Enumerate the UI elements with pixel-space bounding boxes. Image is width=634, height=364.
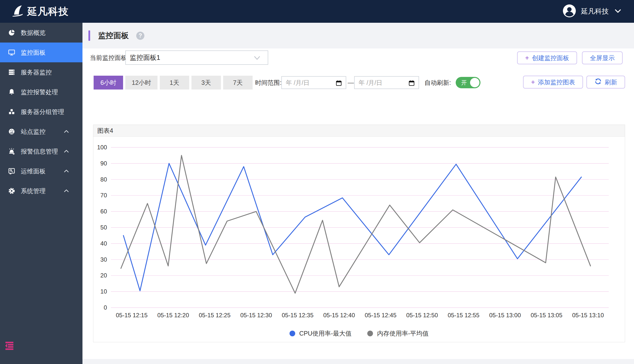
panel-select-row: 当前监控面板 监控面板1 + 创建监控面板 全屏显示: [82, 50, 622, 65]
current-panel-label: 当前监控面板: [90, 50, 127, 65]
create-panel-button[interactable]: + 创建监控面板: [517, 52, 577, 64]
sidebar-item-0[interactable]: 数据概览: [0, 23, 82, 42]
page-title: 监控面板: [98, 30, 129, 41]
y-axis-tick-label: 60: [100, 208, 107, 215]
panel-select-dropdown[interactable]: 监控面板1: [125, 50, 268, 65]
bell-icon: [8, 88, 15, 96]
toolbar-row: 6小时12小时1天3天7天 时间范围: 年 /月/日 — 年 /月/日: [94, 76, 625, 90]
y-axis-tick-label: 40: [100, 240, 107, 247]
collapse-menu-icon[interactable]: [5, 341, 14, 350]
chart-actions: + 添加监控图表 刷新: [523, 76, 625, 88]
chevron-down-icon: [253, 55, 261, 62]
ops-panel-icon: [8, 168, 15, 175]
toggle-on-label: 开: [461, 79, 467, 86]
chevron-up-icon: [63, 148, 70, 154]
chevron-up-icon: [63, 168, 70, 174]
gauge-icon: [8, 128, 15, 135]
sidebar-item-label: 服务器监控: [21, 68, 52, 76]
sidebar-item-2[interactable]: 服务器监控: [0, 62, 82, 82]
x-axis-tick-label: 05-15 12:35: [282, 312, 314, 318]
x-axis-tick-label: 05-15 12:20: [157, 312, 189, 318]
panel-select-value: 监控面板1: [130, 53, 160, 62]
x-axis-tick-label: 05-15 12:55: [448, 312, 480, 318]
panel-actions: + 创建监控面板 全屏显示: [517, 52, 622, 64]
end-date-placeholder: 年 /月/日: [359, 79, 382, 87]
x-axis-tick-label: 05-15 12:30: [240, 312, 272, 318]
y-axis-tick-label: 20: [100, 272, 107, 279]
chart-legend: CPU使用率-最大值内存使用率-平均值: [93, 330, 625, 338]
server-icon: [8, 68, 15, 76]
end-date-input[interactable]: 年 /月/日: [354, 76, 419, 89]
x-axis-tick-label: 05-15 12:15: [116, 312, 148, 318]
time-range-buttons: 6小时12小时1天3天7天: [94, 76, 253, 90]
sidebar-item-label: 服务器分组管理: [21, 108, 64, 116]
user-name: 延凡科技: [581, 7, 609, 16]
series-line-1: [121, 155, 590, 293]
chart-panel: 图表4 010203040506070809010005-15 12:1505-…: [93, 125, 625, 342]
chevron-down-icon: [614, 7, 622, 16]
x-axis-tick-label: 05-15 12:45: [365, 312, 396, 318]
pie-chart-icon: [8, 29, 15, 36]
chevron-up-icon: [63, 188, 70, 194]
top-bar: 延凡科技 延凡科技: [0, 0, 634, 23]
sidebar-item-5[interactable]: 站点监控: [0, 122, 82, 142]
cubes-icon: [8, 108, 15, 116]
auto-refresh-label: 自动刷新:: [425, 76, 451, 90]
sidebar-item-4[interactable]: 服务器分组管理: [0, 102, 82, 122]
sidebar-item-label: 数据概览: [21, 29, 46, 37]
range-button-1[interactable]: 12小时: [125, 76, 157, 90]
calendar-icon[interactable]: [335, 80, 342, 88]
add-chart-label: 添加监控图表: [538, 78, 575, 86]
add-chart-button[interactable]: + 添加监控图表: [523, 76, 583, 88]
calendar-icon[interactable]: [408, 80, 415, 88]
sidebar-item-3[interactable]: 监控报警处理: [0, 82, 82, 102]
legend-item-0[interactable]: CPU使用率-最大值: [290, 330, 351, 338]
refresh-button[interactable]: 刷新: [586, 76, 625, 88]
y-axis-tick-label: 100: [97, 144, 107, 150]
date-separator: —: [348, 76, 354, 90]
sidebar-item-8[interactable]: 系统管理: [0, 181, 82, 201]
main-area: 监控面板 ? 当前监控面板 监控面板1 + 创建监控面板 全屏显示: [82, 23, 634, 364]
range-button-0[interactable]: 6小时: [94, 76, 123, 90]
user-menu[interactable]: 延凡科技: [563, 0, 622, 23]
y-axis-tick-label: 80: [100, 176, 107, 183]
legend-label: 内存使用率-平均值: [377, 330, 429, 338]
start-date-input[interactable]: 年 /月/日: [281, 76, 346, 89]
range-button-4[interactable]: 7天: [223, 76, 253, 90]
sidebar-item-1[interactable]: 监控面板: [0, 42, 82, 62]
fullscreen-label: 全屏显示: [590, 54, 615, 62]
help-icon[interactable]: ?: [136, 32, 144, 40]
line-chart: 010203040506070809010005-15 12:1505-15 1…: [93, 137, 625, 321]
fullscreen-button[interactable]: 全屏显示: [582, 52, 622, 64]
sidebar-item-7[interactable]: 运维面板: [0, 161, 82, 181]
range-button-2[interactable]: 1天: [160, 76, 189, 90]
x-axis-tick-label: 05-15 13:10: [572, 312, 604, 318]
brand-name: 延凡科技: [27, 5, 69, 18]
legend-dot-icon: [367, 330, 373, 336]
toggle-knob: [470, 78, 480, 87]
x-axis-tick-label: 05-15 12:40: [323, 312, 355, 318]
x-axis-tick-label: 05-15 13:05: [531, 312, 562, 318]
auto-refresh-toggle[interactable]: 开: [456, 77, 481, 88]
create-panel-label: 创建监控面板: [532, 54, 569, 62]
content-card: 当前监控面板 监控面板1 + 创建监控面板 全屏显示 6小时12小时1天3天7天: [82, 48, 634, 359]
time-range-label: 时间范围:: [255, 76, 282, 90]
sidebar-item-label: 监控面板: [21, 48, 46, 57]
chart-panel-header: 图表4: [93, 125, 625, 137]
range-button-3[interactable]: 3天: [191, 76, 221, 90]
sidebar-item-label: 报警信息管理: [21, 148, 58, 156]
x-axis-tick-label: 05-15 13:00: [489, 312, 521, 318]
sidebar-item-label: 系统管理: [21, 187, 46, 195]
plus-icon: +: [525, 54, 529, 62]
y-axis-tick-label: 10: [100, 288, 107, 295]
refresh-label: 刷新: [605, 78, 617, 86]
sidebar-item-6[interactable]: 报警信息管理: [0, 142, 82, 161]
legend-item-1[interactable]: 内存使用率-平均值: [367, 330, 429, 338]
refresh-icon: [594, 78, 602, 86]
sidebar-item-label: 运维面板: [21, 167, 46, 175]
sail-logo-icon: [11, 4, 24, 19]
plus-icon: +: [531, 78, 535, 86]
y-axis-tick-label: 0: [104, 304, 107, 311]
gear-icon: [8, 187, 15, 194]
y-axis-tick-label: 70: [100, 192, 107, 198]
